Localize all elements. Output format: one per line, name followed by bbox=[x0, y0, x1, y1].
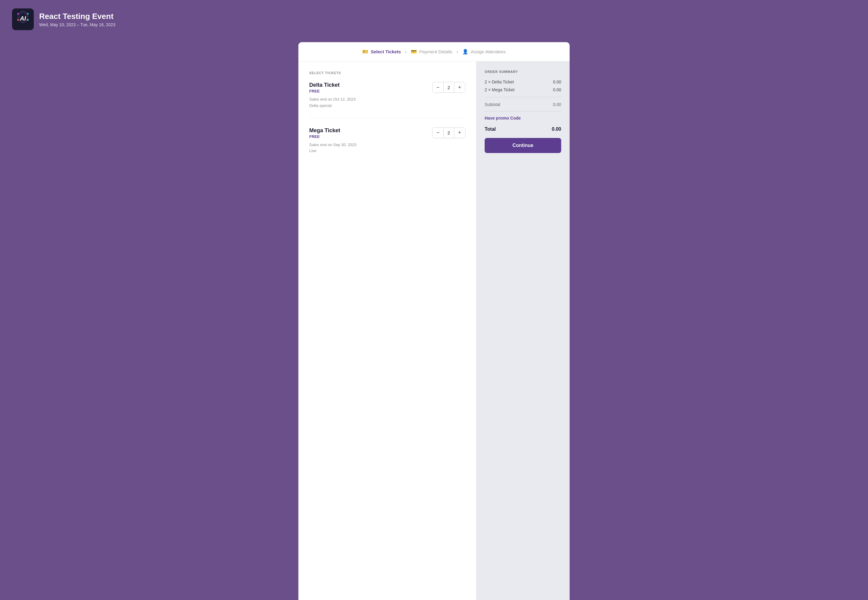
summary-delta-amount: 0.00 bbox=[553, 80, 561, 84]
delta-ticket-name: Delta Ticket bbox=[309, 82, 432, 88]
svg-text:AI: AI bbox=[20, 15, 26, 22]
steps-bar: 🎫 Select Tickets › 💳 Payment Details › 👤… bbox=[298, 42, 570, 61]
delta-ticket-meta: Sales end on Oct 12, 2023 Delta special bbox=[309, 96, 432, 109]
svg-point-7 bbox=[17, 19, 19, 21]
step-select-tickets[interactable]: 🎫 Select Tickets bbox=[362, 49, 401, 55]
step-payment-label: Payment Details bbox=[419, 49, 452, 54]
content-area: Select Tickets Delta Ticket FREE Sales e… bbox=[298, 61, 570, 600]
subtotal-amount: 0.00 bbox=[553, 102, 561, 107]
total-row: Total 0.00 bbox=[485, 127, 561, 132]
total-label: Total bbox=[485, 127, 496, 132]
summary-subtotal-row: Subtotal 0.00 bbox=[485, 102, 561, 111]
delta-quantity-value: 2 bbox=[443, 82, 454, 92]
ticket-item-mega: Mega Ticket FREE Sales end on Sep 30, 20… bbox=[309, 127, 465, 163]
svg-point-4 bbox=[17, 13, 19, 15]
order-summary-items: 2 × Delta Ticket 0.00 2 × Mega Ticket 0.… bbox=[485, 80, 561, 97]
attendees-icon: 👤 bbox=[462, 49, 468, 55]
delta-increase-button[interactable]: + bbox=[454, 82, 465, 92]
summary-delta-label: 2 × Delta Ticket bbox=[485, 80, 514, 84]
step-assign-attendees[interactable]: 👤 Assign Attendees bbox=[462, 49, 506, 55]
delta-description: Delta special bbox=[309, 103, 332, 108]
page-header: AI React Testing Event Wed, May 10, 2023… bbox=[0, 0, 868, 42]
delta-sales-end: Sales end on Oct 12, 2023 bbox=[309, 97, 356, 102]
continue-button[interactable]: Continue bbox=[485, 138, 561, 153]
mega-sales-end: Sales end on Sep 30, 2023 bbox=[309, 142, 357, 147]
promo-code-link[interactable]: Have promo Code bbox=[485, 116, 561, 120]
payment-icon: 💳 bbox=[411, 49, 417, 55]
event-logo: AI bbox=[12, 8, 34, 30]
main-container: 🎫 Select Tickets › 💳 Payment Details › 👤… bbox=[298, 42, 570, 600]
event-title: React Testing Event bbox=[39, 12, 115, 21]
order-summary-panel: Order Summary 2 × Delta Ticket 0.00 2 × … bbox=[476, 61, 570, 600]
svg-point-6 bbox=[27, 19, 29, 21]
step-select-tickets-label: Select Tickets bbox=[371, 49, 401, 54]
event-info: React Testing Event Wed, May 10, 2023 – … bbox=[39, 12, 115, 27]
event-date: Wed, May 10, 2023 – Tue, May 16, 2023 bbox=[39, 22, 115, 27]
tickets-panel: Select Tickets Delta Ticket FREE Sales e… bbox=[298, 61, 476, 600]
step-attendees-label: Assign Attendees bbox=[471, 49, 506, 54]
mega-quantity-value: 2 bbox=[443, 128, 454, 138]
summary-mega-amount: 0.00 bbox=[553, 87, 561, 92]
ticket-info-delta: Delta Ticket FREE Sales end on Oct 12, 2… bbox=[309, 82, 432, 109]
svg-point-5 bbox=[27, 13, 29, 15]
summary-mega-label: 2 × Mega Ticket bbox=[485, 87, 514, 92]
step-divider-1: › bbox=[405, 49, 407, 55]
tickets-section-label: Select Tickets bbox=[309, 71, 465, 75]
step-divider-2: › bbox=[457, 49, 458, 55]
delta-decrease-button[interactable]: − bbox=[432, 82, 443, 92]
ticket-icon: 🎫 bbox=[362, 49, 368, 55]
mega-quantity-control: − 2 + bbox=[432, 127, 465, 138]
total-amount: 0.00 bbox=[552, 127, 561, 132]
mega-ticket-name: Mega Ticket bbox=[309, 127, 432, 134]
mega-description: Live bbox=[309, 148, 316, 153]
summary-row-mega: 2 × Mega Ticket 0.00 bbox=[485, 87, 561, 92]
mega-ticket-meta: Sales end on Sep 30, 2023 Live bbox=[309, 142, 432, 155]
step-payment-details[interactable]: 💳 Payment Details bbox=[411, 49, 452, 55]
ticket-info-mega: Mega Ticket FREE Sales end on Sep 30, 20… bbox=[309, 127, 432, 155]
mega-ticket-price: FREE bbox=[309, 134, 432, 139]
summary-row-delta: 2 × Delta Ticket 0.00 bbox=[485, 80, 561, 84]
mega-decrease-button[interactable]: − bbox=[432, 128, 443, 138]
ticket-item-delta: Delta Ticket FREE Sales end on Oct 12, 2… bbox=[309, 82, 465, 118]
delta-ticket-price: FREE bbox=[309, 89, 432, 93]
delta-quantity-control: − 2 + bbox=[432, 82, 465, 93]
subtotal-label: Subtotal bbox=[485, 102, 500, 107]
order-summary-title: Order Summary bbox=[485, 70, 561, 73]
mega-increase-button[interactable]: + bbox=[454, 128, 465, 138]
